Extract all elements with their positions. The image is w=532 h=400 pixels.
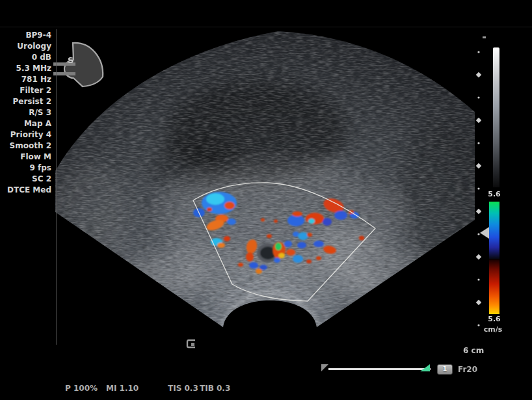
ultrasound-screen: BP9-4 Urology 0 dB 5.3 MHz 781 Hz Filter… — [0, 0, 532, 400]
color-doppler-bar-negative — [489, 260, 499, 314]
tis-label: TIS 0.3 — [168, 384, 198, 393]
depth-label: 6 cm — [463, 346, 502, 355]
velocity-scale-bottom: 5.6 — [481, 315, 507, 323]
grayscale-bar — [493, 47, 499, 187]
param-fps: 9 fps — [0, 163, 53, 174]
mi-label: MI 1.10 — [106, 384, 139, 393]
probe-orientation-label: S — [68, 55, 73, 65]
frame-number-badge[interactable]: 1 — [437, 364, 453, 375]
param-persist: Persist 2 — [0, 96, 53, 107]
param-rs: R/S 3 — [0, 107, 53, 118]
param-gain: 0 dB — [0, 52, 53, 63]
parameter-sidebar: BP9-4 Urology 0 dB 5.3 MHz 781 Hz Filter… — [0, 30, 53, 196]
param-sc: SC 2 — [0, 174, 53, 185]
param-filter: Filter 2 — [0, 85, 53, 96]
cine-progress-bar[interactable] — [328, 368, 431, 370]
cine-position-marker[interactable] — [420, 364, 430, 371]
color-doppler-bar-positive — [489, 202, 499, 259]
param-smooth: Smooth 2 — [0, 140, 53, 152]
param-transducer: BP9-4 — [0, 30, 53, 41]
velocity-scale-top: 5.6 — [481, 190, 507, 198]
probe-orientation-icon — [53, 43, 103, 87]
frame-rate-label: Fr20 — [458, 365, 477, 374]
param-priority: Priority 4 — [0, 129, 53, 140]
header-divider — [0, 27, 532, 27]
orientation-marker-icon — [185, 338, 198, 350]
param-preset: Urology — [0, 41, 53, 52]
param-dtce: DTCE Med — [0, 185, 53, 196]
focus-marker[interactable] — [480, 227, 489, 239]
depth-scale-markers — [476, 36, 486, 327]
param-prf: 781 Hz — [0, 74, 53, 85]
tib-label: TIB 0.3 — [200, 384, 230, 393]
velocity-unit: cm/s — [480, 325, 506, 334]
param-flow: Flow M — [0, 152, 53, 163]
ultrasound-scan-area — [0, 0, 532, 400]
cine-start-marker — [321, 364, 328, 371]
param-frequency: 5.3 MHz — [0, 63, 53, 74]
power-label: P 100% — [65, 384, 98, 393]
param-map: Map A — [0, 118, 53, 129]
sidebar-divider — [56, 29, 57, 345]
